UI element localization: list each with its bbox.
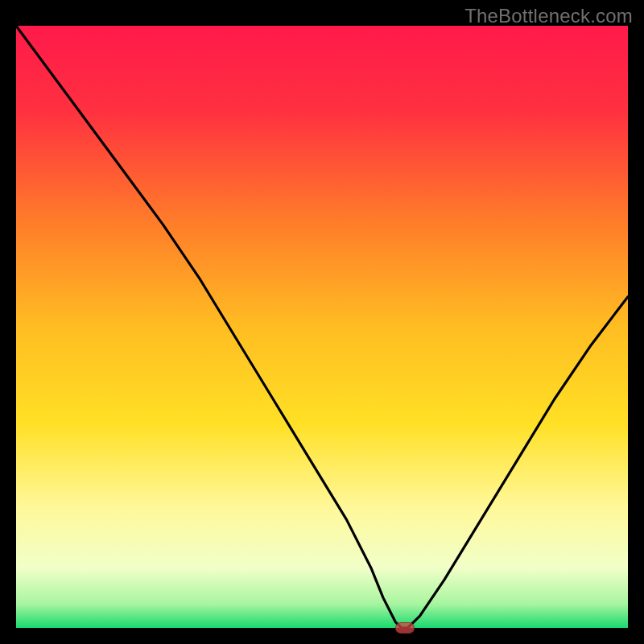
- chart-background: [16, 26, 628, 628]
- watermark-text: TheBottleneck.com: [464, 5, 633, 27]
- chart-svg: [16, 26, 628, 628]
- chart-plot-area: [16, 26, 628, 628]
- optimal-point-marker: [395, 622, 415, 634]
